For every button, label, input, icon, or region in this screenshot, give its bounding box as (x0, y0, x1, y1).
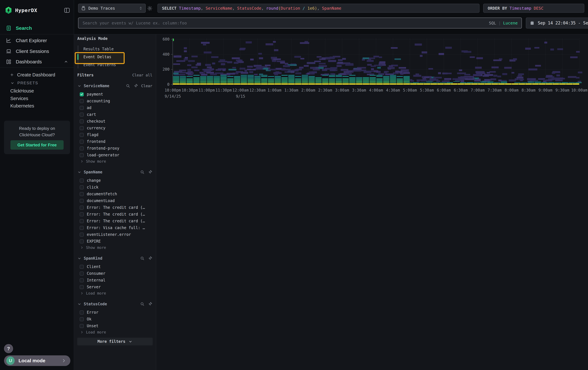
checkbox[interactable] (80, 199, 84, 203)
user-mode-pill[interactable]: U Local mode (4, 355, 70, 366)
sidebar-item-search[interactable]: Search (0, 24, 74, 32)
pin-icon[interactable] (148, 256, 152, 260)
filter-option-accounting[interactable]: accounting (74, 98, 156, 104)
help-button[interactable]: ? (4, 344, 13, 353)
filter-option-error-visa-cache-full[interactable]: Error: Visa cache full: … (74, 224, 156, 231)
checkbox[interactable] (80, 233, 84, 237)
filter-option-click[interactable]: click (74, 184, 156, 191)
filter-option-error-the-credit-card[interactable]: Error: The credit card (… (74, 218, 156, 224)
sidebar-item-services[interactable]: Services (0, 95, 74, 102)
show-more-button[interactable]: Show more (74, 159, 156, 164)
sidebar-item-kubernetes[interactable]: Kubernetes (0, 102, 74, 110)
checkbox[interactable] (80, 179, 84, 183)
search-icon[interactable] (126, 84, 130, 88)
pin-icon[interactable] (148, 302, 152, 306)
search-input[interactable] (82, 20, 489, 26)
filter-option-flagd[interactable]: flagd (74, 131, 156, 138)
filter-option-ad[interactable]: ad (74, 104, 156, 111)
show-more-button[interactable]: Show more (74, 245, 156, 250)
checkbox[interactable] (80, 206, 84, 210)
filter-option-internal[interactable]: Internal (74, 277, 156, 284)
checkbox[interactable] (80, 285, 84, 289)
checkbox[interactable] (80, 271, 84, 276)
filter-option-checkout[interactable]: checkout (74, 118, 156, 125)
order-by-input[interactable]: ORDER BY Timestamp DESC (483, 4, 584, 13)
subnav-label: Services (10, 96, 28, 101)
sidebar-item-clickhouse[interactable]: ClickHouse (0, 87, 74, 95)
source-select[interactable]: Demo Traces (78, 4, 146, 13)
load-more-button[interactable]: Load more (74, 290, 156, 296)
filter-option-server[interactable]: Server (74, 284, 156, 290)
clear-all-button[interactable]: Clear all (132, 73, 152, 77)
filter-option-unset[interactable]: Unset (74, 322, 156, 329)
pin-icon[interactable] (134, 84, 138, 88)
checkbox[interactable] (80, 106, 84, 110)
analysis-mode-option-results-table[interactable]: Results Table (74, 46, 136, 53)
analysis-mode-option-event-deltas[interactable]: Event Deltas (74, 53, 136, 60)
checkbox[interactable] (80, 133, 84, 137)
sidebar-collapse-icon[interactable] (64, 7, 70, 13)
checkbox[interactable] (80, 265, 84, 269)
checkbox-checked[interactable] (80, 92, 84, 96)
more-filters-button[interactable]: More filters (77, 338, 153, 345)
checkbox[interactable] (80, 153, 84, 157)
sidebar-item-create-dashboard[interactable]: Create Dashboard (0, 71, 74, 79)
checkbox[interactable] (80, 278, 84, 282)
get-started-button[interactable]: Get Started for Free (10, 140, 63, 150)
filter-option-error-the-credit-card[interactable]: Error: The credit card (… (74, 211, 156, 218)
filter-group-header[interactable]: StatusCode (74, 299, 156, 308)
filter-option-currency[interactable]: currency (74, 125, 156, 131)
sidebar-item-dashboards[interactable]: Dashboards (0, 58, 74, 66)
load-more-button[interactable]: Load more (74, 329, 156, 335)
checkbox[interactable] (80, 126, 84, 130)
filter-option-documentfetch[interactable]: documentFetch (74, 191, 156, 197)
checkbox[interactable] (80, 239, 84, 243)
duration-heatmap-chart[interactable]: 020040060010:00pm10:30pm11:00pm11:30pm12… (156, 34, 588, 105)
sidebar-item-client-sessions[interactable]: Client Sessions (0, 47, 74, 55)
filter-option-error-the-credit-card[interactable]: Error: The credit card (… (74, 204, 156, 211)
filter-option-documentload[interactable]: documentLoad (74, 197, 156, 204)
language-toggle-lucene[interactable]: Lucene (503, 21, 518, 25)
search-icon[interactable] (140, 170, 145, 174)
filter-group-header[interactable]: SpanName (74, 167, 156, 176)
search-icon[interactable] (140, 302, 145, 306)
filter-option-label: documentFetch (87, 192, 117, 196)
checkbox[interactable] (80, 119, 84, 123)
search-icon[interactable] (140, 256, 145, 260)
filter-option-ok[interactable]: Ok (74, 316, 156, 322)
checkbox[interactable] (80, 113, 84, 117)
language-toggle-sql[interactable]: SQL (489, 21, 496, 25)
sql-select-input[interactable]: SELECT Timestamp, ServiceName, StatusCod… (158, 4, 480, 13)
checkbox[interactable] (80, 219, 84, 223)
filter-option-change[interactable]: change (74, 177, 156, 184)
filter-option-load-generator[interactable]: load-generator (74, 152, 156, 159)
sidebar-item-presets[interactable]: PRESETS (0, 79, 74, 87)
checkbox[interactable] (80, 192, 84, 196)
checkbox[interactable] (80, 185, 84, 189)
filter-option-frontend[interactable]: frontend (74, 138, 156, 145)
checkbox[interactable] (80, 317, 84, 321)
filter-option-payment[interactable]: payment (74, 91, 156, 98)
filter-option-frontend-proxy[interactable]: frontend-proxy (74, 145, 156, 152)
checkbox[interactable] (80, 99, 84, 103)
checkbox[interactable] (80, 226, 84, 230)
sidebar-item-chart-explorer[interactable]: Chart Explorer (0, 37, 74, 45)
gear-icon[interactable] (147, 5, 153, 11)
checkbox[interactable] (80, 146, 84, 150)
pin-icon[interactable] (148, 170, 152, 174)
filter-option-consumer[interactable]: Consumer (74, 270, 156, 277)
filter-group-header[interactable]: SpanKind (74, 253, 156, 262)
filter-option-error[interactable]: Error (74, 309, 156, 316)
clear-filter-button[interactable]: Clear (141, 84, 152, 88)
checkbox[interactable] (80, 324, 84, 328)
filter-group-header[interactable]: ServiceNameClear (74, 80, 156, 90)
checkbox[interactable] (80, 140, 84, 144)
filter-option-eventlistener-error[interactable]: eventListener.error (74, 231, 156, 238)
analysis-mode-option-event-patterns[interactable]: Event Patterns (74, 61, 136, 68)
checkbox[interactable] (80, 212, 84, 216)
filter-option-expire[interactable]: EXPIRE (74, 238, 156, 245)
filter-option-cart[interactable]: cart (74, 111, 156, 118)
checkbox[interactable] (80, 310, 84, 314)
filter-option-client[interactable]: Client (74, 263, 156, 270)
time-range-picker[interactable]: Sep 14 22:04:35 - Sep 15 10:04:35 (526, 18, 588, 29)
